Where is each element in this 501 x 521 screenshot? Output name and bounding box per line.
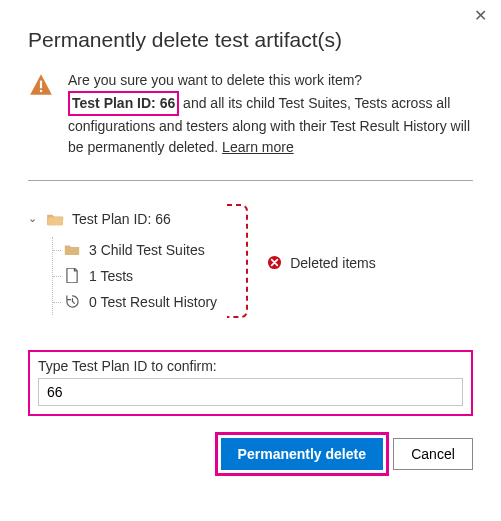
warning-triangle-icon (28, 72, 54, 101)
delete-artifacts-dialog: Permanently delete test artifact(s) Are … (0, 0, 501, 490)
folder-open-icon (46, 212, 64, 226)
warning-message: Are you sure you want to delete this wor… (68, 70, 473, 158)
tree-root-label: Test Plan ID: 66 (72, 211, 171, 227)
tree-item-tests[interactable]: 1 Tests (53, 263, 217, 289)
close-icon[interactable]: ✕ (474, 8, 487, 24)
tree-item-suites[interactable]: 3 Child Test Suites (53, 237, 217, 263)
divider (28, 180, 473, 181)
tree-item-history[interactable]: 0 Test Result History (53, 289, 217, 315)
chevron-down-icon: ⌄ (28, 212, 40, 225)
warning-row: Are you sure you want to delete this wor… (28, 70, 473, 158)
error-circle-icon (267, 255, 282, 270)
tree-root[interactable]: ⌄ Test Plan ID: 66 (28, 211, 217, 227)
confirm-input[interactable] (38, 378, 463, 406)
tree-item-label: 3 Child Test Suites (89, 242, 205, 258)
confirm-label: Type Test Plan ID to confirm: (38, 358, 463, 374)
annotation-bracket-icon (225, 201, 251, 324)
confirm-block: Type Test Plan ID to confirm: (28, 350, 473, 416)
tree-area: ⌄ Test Plan ID: 66 3 Child Test Suites (28, 201, 473, 324)
tree-children: 3 Child Test Suites 1 Tests 0 Test Resul… (52, 237, 217, 315)
history-icon (63, 294, 81, 309)
learn-more-link[interactable]: Learn more (222, 139, 294, 155)
svg-rect-0 (40, 81, 42, 89)
tree-item-label: 1 Tests (89, 268, 133, 284)
deleted-items-text: Deleted items (290, 255, 376, 271)
document-icon (63, 268, 81, 283)
tree-item-label: 0 Test Result History (89, 294, 217, 310)
cancel-button[interactable]: Cancel (393, 438, 473, 470)
artifact-tree: ⌄ Test Plan ID: 66 3 Child Test Suites (28, 211, 217, 315)
svg-rect-1 (40, 90, 42, 92)
highlighted-test-plan-id: Test Plan ID: 66 (68, 91, 179, 116)
message-text-1: Are you sure you want to delete this wor… (68, 72, 362, 88)
deleted-items-label: Deleted items (267, 255, 376, 271)
folder-icon (63, 243, 81, 256)
permanently-delete-button[interactable]: Permanently delete (221, 438, 383, 470)
dialog-buttons: Permanently delete Cancel (28, 438, 473, 470)
dialog-title: Permanently delete test artifact(s) (28, 28, 473, 52)
